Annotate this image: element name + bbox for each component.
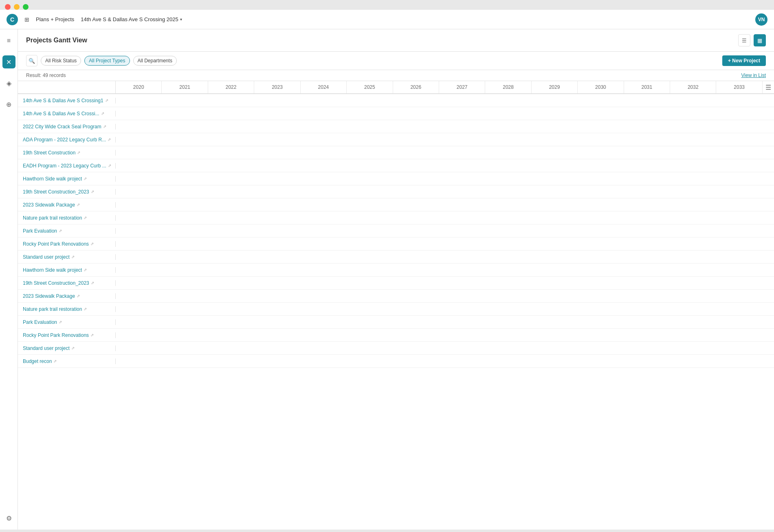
window-maximize-btn[interactable] bbox=[23, 4, 29, 10]
project-label-2: 2022 City Wide Crack Seal Program⇗ bbox=[18, 124, 116, 130]
gantt-view-btn[interactable]: ▦ bbox=[754, 34, 766, 46]
project-name[interactable]: Nature park trail restoration bbox=[23, 306, 82, 312]
project-link-icon: ⇗ bbox=[71, 346, 75, 350]
project-name[interactable]: 19th Street Construction_2023 bbox=[23, 189, 89, 195]
page-title: Projects Gantt View bbox=[26, 37, 87, 44]
project-name[interactable]: 19th Street Construction bbox=[23, 150, 75, 156]
project-label-11: Rocky Point Park Renovations⇗ bbox=[18, 241, 116, 247]
sidebar-tools-icon[interactable]: ◈ bbox=[2, 77, 15, 90]
project-name[interactable]: Hawthorn Side walk project bbox=[23, 176, 82, 182]
project-name[interactable]: Standard user project bbox=[23, 345, 70, 351]
sidebar-menu-icon[interactable]: ≡ bbox=[2, 34, 15, 47]
gantt-year-2028: 2028 bbox=[485, 81, 531, 93]
user-avatar[interactable]: VN bbox=[755, 13, 767, 26]
project-name[interactable]: 19th Street Construction_2023 bbox=[23, 280, 89, 286]
table-row: Hawthorn Side walk project⇗44% bbox=[18, 264, 774, 277]
table-row: Budget recon⇗N/A bbox=[18, 355, 774, 368]
table-row: 14th Ave S & Dallas Ave S Crossi...⇗40% bbox=[18, 107, 774, 120]
project-label-15: 2023 Sidewalk Package⇗ bbox=[18, 293, 116, 299]
project-label-7: 19th Street Construction_2023⇗ bbox=[18, 189, 116, 195]
gantt-year-2022: 2022 bbox=[208, 81, 254, 93]
project-name[interactable]: Rocky Point Park Renovations bbox=[23, 241, 89, 247]
sidebar: ≡ ✕ ◈ ⊕ ⚙ bbox=[0, 29, 18, 530]
project-label-4: 19th Street Construction⇗ bbox=[18, 150, 116, 156]
sidebar-add-icon[interactable]: ⊕ bbox=[2, 98, 15, 111]
project-link-icon: ⇗ bbox=[101, 111, 104, 116]
table-row: 19th Street Construction_2023⇗77% bbox=[18, 185, 774, 198]
filter-departments[interactable]: All Departments bbox=[133, 56, 177, 66]
project-link-icon: ⇗ bbox=[84, 215, 87, 220]
gantt-year-2025: 2025 bbox=[347, 81, 393, 93]
project-link-icon: ⇗ bbox=[84, 268, 87, 272]
gantt-wrapper: 2020202120222023202420252026202720282029… bbox=[18, 81, 774, 368]
app-logo: C bbox=[7, 14, 18, 25]
project-name[interactable]: 14th Ave S & Dallas Ave S Crossi... bbox=[23, 111, 99, 117]
project-label-12: Standard user project⇗ bbox=[18, 254, 116, 260]
sidebar-projects-icon[interactable]: ✕ bbox=[2, 55, 15, 68]
project-label-16: Nature park trail restoration⇗ bbox=[18, 306, 116, 312]
view-in-list-link[interactable]: View in List bbox=[741, 73, 766, 78]
result-info: Result: 49 records View in List bbox=[18, 70, 774, 81]
top-bar: C ⊞ Plans + Projects 14th Ave S & Dallas… bbox=[0, 10, 774, 29]
project-name[interactable]: Park Evaluation bbox=[23, 228, 57, 234]
gantt-options-icon[interactable]: ☰ bbox=[765, 84, 771, 91]
window-minimize-btn[interactable] bbox=[14, 4, 20, 10]
project-name[interactable]: 2022 City Wide Crack Seal Program bbox=[23, 124, 101, 130]
filter-risk-status[interactable]: All Risk Status bbox=[41, 56, 81, 66]
window-close-btn[interactable] bbox=[5, 4, 11, 10]
project-link-icon: ⇗ bbox=[105, 98, 108, 103]
project-link-icon: ⇗ bbox=[90, 242, 94, 246]
sidebar-settings-icon[interactable]: ⚙ bbox=[2, 512, 15, 525]
project-name[interactable]: Park Evaluation bbox=[23, 319, 57, 325]
table-row: 14th Ave S & Dallas Ave S Crossing1⇗100% bbox=[18, 94, 774, 107]
gantt-year-2031: 2031 bbox=[624, 81, 670, 93]
project-label-20: Budget recon⇗ bbox=[18, 358, 116, 364]
list-view-btn[interactable]: ☰ bbox=[738, 34, 750, 46]
breadcrumb-parent[interactable]: Plans + Projects bbox=[36, 16, 74, 22]
project-name[interactable]: Standard user project bbox=[23, 254, 70, 260]
table-row: Standard user project⇗50% bbox=[18, 342, 774, 355]
breadcrumb-current[interactable]: 14th Ave S & Dallas Ave S Crossing 2025 … bbox=[81, 16, 182, 22]
project-name[interactable]: EADH Program - 2023 Legacy Curb ... bbox=[23, 163, 106, 169]
project-link-icon: ⇗ bbox=[53, 359, 57, 363]
project-name[interactable]: 2023 Sidewalk Package bbox=[23, 293, 75, 299]
gantt-year-2029: 2029 bbox=[532, 81, 578, 93]
table-row: Nature park trail restoration⇗25% bbox=[18, 211, 774, 224]
project-name[interactable]: 2023 Sidewalk Package bbox=[23, 202, 75, 208]
project-label-3: ADA Program - 2022 Legacy Curb R...⇗ bbox=[18, 137, 116, 143]
project-name[interactable]: Nature park trail restoration bbox=[23, 215, 82, 221]
project-name[interactable]: Budget recon bbox=[23, 358, 52, 364]
grid-icon: ⊞ bbox=[24, 16, 29, 23]
project-link-icon: ⇗ bbox=[77, 294, 80, 298]
project-name[interactable]: 14th Ave S & Dallas Ave S Crossing1 bbox=[23, 98, 103, 103]
project-name[interactable]: Rocky Point Park Renovations bbox=[23, 332, 89, 338]
project-name[interactable]: Hawthorn Side walk project bbox=[23, 267, 82, 273]
project-name[interactable]: ADA Program - 2022 Legacy Curb R... bbox=[23, 137, 106, 143]
filter-project-type[interactable]: All Project Types bbox=[84, 56, 130, 66]
project-label-6: Hawthorn Side walk project⇗ bbox=[18, 176, 116, 182]
gantt-menu-header: ☰ bbox=[763, 81, 774, 93]
breadcrumb-dropdown-icon[interactable]: ▾ bbox=[180, 17, 182, 22]
gantt-icon: ▦ bbox=[757, 37, 762, 44]
new-project-button[interactable]: + New Project bbox=[722, 55, 766, 66]
gantt-year-2032: 2032 bbox=[670, 81, 716, 93]
list-icon: ☰ bbox=[742, 37, 747, 44]
project-link-icon: ⇗ bbox=[59, 320, 62, 324]
table-row: Hawthorn Side walk project⇗44% bbox=[18, 172, 774, 185]
search-btn[interactable]: 🔍 bbox=[26, 55, 37, 66]
gantt-year-2024: 2024 bbox=[301, 81, 347, 93]
gantt-year-2033: 2033 bbox=[716, 81, 762, 93]
project-link-icon: ⇗ bbox=[59, 229, 62, 233]
table-row: 2023 Sidewalk Package⇗50% bbox=[18, 290, 774, 303]
table-row: 19th Street Construction_2023⇗77% bbox=[18, 277, 774, 290]
table-row: EADH Program - 2023 Legacy Curb ...⇗50% bbox=[18, 159, 774, 172]
project-label-13: Hawthorn Side walk project⇗ bbox=[18, 267, 116, 273]
project-label-19: Standard user project⇗ bbox=[18, 345, 116, 351]
gantt-container[interactable]: 2020202120222023202420252026202720282029… bbox=[18, 81, 774, 530]
project-link-icon: ⇗ bbox=[103, 124, 106, 129]
project-label-0: 14th Ave S & Dallas Ave S Crossing1⇗ bbox=[18, 98, 116, 103]
project-link-icon: ⇗ bbox=[77, 150, 80, 155]
gantt-year-2020: 2020 bbox=[116, 81, 162, 93]
main-content: Projects Gantt View ☰ ▦ 🔍 All Risk Statu… bbox=[18, 29, 774, 530]
table-row: 19th Street Construction⇗9% bbox=[18, 146, 774, 159]
